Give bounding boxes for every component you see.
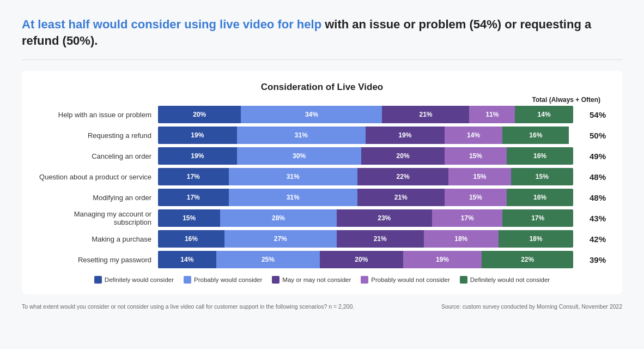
total-value: 48% — [573, 172, 606, 182]
bar-segment: 34% — [241, 106, 382, 123]
bar-segment: 18% — [499, 230, 573, 248]
bar-row: Resetting my password14%25%20%19%22%39% — [38, 251, 606, 268]
total-column-label: Total (Always + Often) — [38, 96, 606, 104]
bar-segment: 16% — [507, 189, 573, 206]
bar-segment: 21% — [357, 189, 445, 206]
bar-segment: 31% — [229, 189, 357, 206]
bar-row: Question about a product or service17%31… — [38, 168, 606, 185]
bar-row: Canceling an order19%30%20%15%16%49% — [38, 147, 606, 165]
divider — [22, 59, 622, 60]
row-label: Making a purchase — [38, 235, 158, 243]
bar-track: 20%34%21%11%14% — [158, 106, 573, 123]
bar-track: 14%25%20%19%22% — [158, 251, 573, 268]
bars-container: Help with an issue or problem20%34%21%11… — [38, 106, 606, 268]
legend-label: May or may not consider — [282, 276, 351, 283]
chart-title: Consideration of Live Video — [38, 82, 606, 93]
bar-segment: 27% — [224, 230, 337, 248]
legend-swatch — [361, 276, 368, 284]
bar-segment: 19% — [403, 251, 482, 268]
bar-track: 19%31%19%14%16% — [158, 127, 573, 144]
bar-segment: 22% — [482, 251, 573, 268]
title-highlight: At least half would consider using live … — [22, 17, 321, 31]
legend-swatch — [94, 276, 102, 284]
bar-segment: 16% — [502, 127, 569, 144]
page-title: At least half would consider using live … — [22, 16, 622, 49]
row-label: Requesting a refund — [38, 131, 158, 140]
bar-segment: 30% — [237, 147, 362, 165]
row-label: Modifying an order — [38, 194, 158, 202]
bar-segment: 21% — [337, 230, 424, 248]
total-value: 39% — [573, 255, 606, 264]
legend-swatch — [184, 276, 191, 284]
bar-segment: 14% — [515, 106, 573, 123]
bar-track: 15%28%23%17%17% — [158, 209, 573, 227]
bar-segment: 17% — [158, 168, 229, 185]
legend-label: Probably would not consider — [371, 276, 449, 283]
total-value: 49% — [573, 152, 606, 161]
row-label: Question about a product or service — [38, 173, 158, 181]
bar-segment: 21% — [382, 106, 469, 123]
bar-segment: 16% — [507, 147, 573, 165]
row-label: Managing my account or subscription — [38, 210, 158, 226]
bar-segment: 15% — [445, 147, 507, 165]
bar-track: 16%27%21%18%18% — [158, 230, 573, 248]
legend-item: Definitely would consider — [94, 276, 174, 284]
legend-item: Probably would consider — [184, 276, 262, 284]
bar-segment: 25% — [216, 251, 320, 268]
bar-segment: 20% — [361, 147, 444, 165]
bar-segment: 15% — [158, 209, 220, 227]
legend-item: Probably would not consider — [361, 276, 449, 284]
chart-container: Consideration of Live Video Total (Alway… — [22, 71, 622, 294]
total-value: 43% — [573, 214, 606, 223]
legend-label: Definitely would consider — [105, 276, 174, 283]
total-value: 50% — [573, 131, 606, 140]
bar-segment: 11% — [469, 106, 515, 123]
legend-label: Probably would consider — [194, 276, 262, 283]
bar-row: Making a purchase16%27%21%18%18%42% — [38, 230, 606, 248]
legend-item: May or may not consider — [272, 276, 351, 284]
row-label: Help with an issue or problem — [38, 111, 158, 119]
legend-label: Definitely would not consider — [470, 276, 550, 283]
row-label: Resetting my password — [38, 256, 158, 264]
bar-segment: 15% — [445, 189, 507, 206]
legend-swatch — [460, 276, 467, 284]
bar-segment: 16% — [158, 230, 224, 248]
bar-segment: 14% — [445, 127, 503, 144]
bar-row: Modifying an order17%31%21%15%16%48% — [38, 189, 606, 206]
total-value: 54% — [573, 110, 606, 119]
bar-segment: 23% — [337, 209, 432, 227]
bar-segment: 31% — [229, 168, 357, 185]
bar-row: Help with an issue or problem20%34%21%11… — [38, 106, 606, 123]
legend: Definitely would considerProbably would … — [38, 276, 606, 284]
title-section: At least half would consider using live … — [22, 16, 622, 49]
bar-segment: 20% — [158, 106, 241, 123]
bar-segment: 15% — [448, 168, 511, 185]
legend-item: Definitely would not consider — [460, 276, 550, 284]
row-label: Canceling an order — [38, 152, 158, 160]
footer-left: To what extent would you consider or not… — [22, 303, 354, 310]
bar-segment: 18% — [424, 230, 499, 248]
footer: To what extent would you consider or not… — [22, 303, 622, 310]
bar-segment: 15% — [511, 168, 573, 185]
bar-track: 17%31%22%15%15% — [158, 168, 573, 185]
bar-segment: 17% — [432, 209, 503, 227]
bar-segment: 31% — [237, 127, 366, 144]
bar-segment: 28% — [220, 209, 336, 227]
bar-segment: 20% — [320, 251, 403, 268]
bar-segment: 22% — [357, 168, 449, 185]
bar-track: 17%31%21%15%16% — [158, 189, 573, 206]
total-value: 42% — [573, 234, 606, 244]
bar-segment: 19% — [366, 127, 445, 144]
bar-segment: 19% — [158, 127, 237, 144]
bar-segment: 17% — [158, 189, 229, 206]
legend-swatch — [272, 276, 280, 284]
bar-row: Requesting a refund19%31%19%14%16%50% — [38, 127, 606, 144]
bar-segment: 19% — [158, 147, 237, 165]
bar-track: 19%30%20%15%16% — [158, 147, 573, 165]
bar-segment: 17% — [502, 209, 573, 227]
footer-right: Source: custom survey conducted by Morni… — [441, 303, 622, 310]
bar-row: Managing my account or subscription15%28… — [38, 209, 606, 227]
bar-segment: 14% — [158, 251, 216, 268]
total-value: 48% — [573, 193, 606, 202]
